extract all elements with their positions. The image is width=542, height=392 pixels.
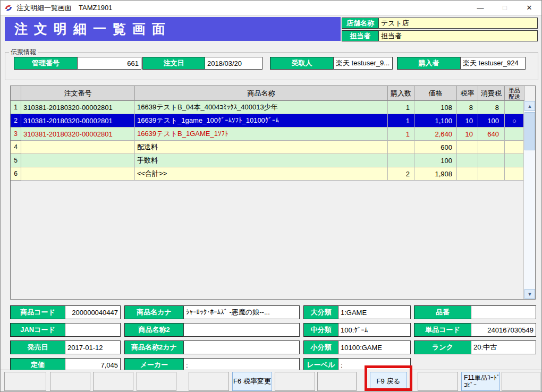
shop-name-field[interactable]: テスト店 bbox=[378, 18, 538, 29]
product-name-kana-field[interactable]: ｼｬｰﾛｯｸ･ﾎｰﾑｽﾞ -悪魔の娘--... bbox=[183, 305, 300, 319]
staff-field[interactable]: 担当者 bbox=[378, 30, 538, 41]
tax-rate-cell bbox=[457, 154, 478, 167]
row-number: 2 bbox=[11, 114, 21, 127]
table-row[interactable]: 6 <<合計>> 2 1,908 bbox=[11, 167, 535, 181]
release-date-field[interactable]: 2017-01-12 bbox=[65, 340, 121, 354]
single-item-code-label: 単品コード bbox=[414, 323, 471, 337]
slip-info-group-title: 伝票情報 bbox=[9, 48, 38, 57]
f1-button[interactable] bbox=[4, 372, 46, 391]
row-number: 5 bbox=[11, 154, 21, 167]
order-number-header: 注文番号 bbox=[21, 86, 135, 101]
order-date-label: 注文日 bbox=[142, 57, 205, 70]
product-name-header: 商品名称 bbox=[135, 86, 388, 101]
order-date-field[interactable]: 2018/03/20 bbox=[205, 57, 262, 70]
row-number: 1 bbox=[11, 101, 21, 114]
f11-single-item-code-copy-button[interactable]: F11単品ｺｰﾄﾞ ｺﾋﾟｰ bbox=[461, 372, 500, 391]
shop-name-label: 店舗名称 bbox=[342, 18, 379, 29]
tax-rate-cell: 10 bbox=[457, 127, 478, 141]
price-header: 価格 bbox=[414, 86, 457, 101]
vertical-scrollbar[interactable]: ▲ ▼ bbox=[523, 101, 535, 299]
single-shipping-cell: ○ bbox=[505, 114, 524, 127]
single-item-code-field[interactable]: 240167030549 bbox=[471, 323, 536, 337]
jan-code-field[interactable] bbox=[65, 323, 121, 337]
f3-button[interactable] bbox=[93, 372, 133, 391]
release-date-label: 発売日 bbox=[10, 340, 65, 354]
f5-button[interactable] bbox=[189, 372, 229, 391]
single-shipping-cell bbox=[505, 101, 524, 114]
quantity-header: 購入数 bbox=[388, 86, 414, 101]
product-name2-kana-label: 商品名称2カナ bbox=[124, 340, 184, 354]
single-shipping-header-line2: 配送 bbox=[509, 93, 520, 100]
f12-button[interactable] bbox=[502, 372, 540, 391]
product-code-label: 商品コード bbox=[10, 305, 65, 319]
order-detail-table: 注文番号 商品名称 購入数 価格 税率 消費税 単品 配送 1 310381-2… bbox=[10, 86, 536, 300]
consumption-tax-cell: 8 bbox=[478, 101, 505, 114]
part-number-field[interactable] bbox=[471, 305, 536, 319]
table-header-row: 注文番号 商品名称 購入数 価格 税率 消費税 単品 配送 bbox=[11, 86, 535, 101]
price-cell: 2,640 bbox=[414, 127, 457, 141]
row-number-header bbox=[11, 86, 21, 101]
control-number-field[interactable]: 661 bbox=[77, 57, 141, 70]
f9-back-button[interactable]: F9 戻る bbox=[370, 372, 407, 391]
titlebar: 注文明細一覧画面 TAMZ1901 — □ ✕ bbox=[1, 1, 541, 15]
price-cell: 600 bbox=[414, 141, 457, 154]
quantity-cell: 1 bbox=[388, 101, 414, 114]
product-code-field[interactable]: 200000040447 bbox=[65, 305, 121, 319]
row-number: 4 bbox=[11, 141, 21, 154]
rank-field[interactable]: 20:中古 bbox=[471, 340, 536, 354]
product-name-cell: <<合計>> bbox=[135, 167, 388, 181]
quantity-cell: 1 bbox=[388, 114, 414, 127]
middle-category-field[interactable]: 100:ｹﾞｰﾑ bbox=[338, 323, 411, 337]
table-row[interactable]: 3 310381-20180320-00002801 16639テストB_1GA… bbox=[11, 127, 535, 141]
minor-category-field[interactable]: 10100:GAME bbox=[338, 340, 411, 354]
minor-category-label: 小分類 bbox=[303, 340, 338, 354]
single-shipping-cell bbox=[505, 167, 524, 181]
product-name-cell: 16639テストB_04本_4004ｺﾐｯｸｽ_400013少年 bbox=[135, 101, 388, 114]
function-key-bar: F6 税率変更 F9 戻る F11単品ｺｰﾄﾞ ｺﾋﾟｰ bbox=[1, 370, 541, 392]
consumption-tax-cell bbox=[478, 167, 505, 181]
tax-rate-cell: 8 bbox=[457, 101, 478, 114]
receiver-label: 受取人 bbox=[270, 57, 334, 70]
middle-category-label: 中分類 bbox=[303, 323, 338, 337]
scrollbar-thumb[interactable] bbox=[524, 112, 535, 150]
part-number-label: 品番 bbox=[414, 305, 471, 319]
product-name-kana-label: 商品名カナ bbox=[124, 305, 184, 319]
f2-button[interactable] bbox=[50, 372, 90, 391]
table-row[interactable]: 1 310381-20180320-00002801 16639テストB_04本… bbox=[11, 101, 535, 114]
order-number-cell: 310381-20180320-00002801 bbox=[21, 127, 135, 141]
product-name2-label: 商品名称2 bbox=[124, 323, 184, 337]
order-number-cell bbox=[21, 167, 135, 181]
consumption-tax-cell bbox=[478, 154, 505, 167]
consumption-tax-header: 消費税 bbox=[478, 86, 505, 101]
consumption-tax-cell bbox=[478, 141, 505, 154]
receiver-field[interactable]: 楽天 testuser_9... bbox=[333, 57, 393, 70]
buyer-field[interactable]: 楽天 testuser_924 bbox=[460, 57, 526, 70]
major-category-field[interactable]: 1:GAME bbox=[338, 305, 411, 319]
f6-tax-rate-change-button[interactable]: F6 税率変更 bbox=[232, 372, 272, 391]
major-category-label: 大分類 bbox=[303, 305, 338, 319]
app-window: 注文明細一覧画面 TAMZ1901 — □ ✕ 注文明細一覧画面 店舗名称 テス… bbox=[0, 0, 542, 392]
consumption-tax-cell: 640 bbox=[478, 127, 505, 141]
close-icon[interactable]: ✕ bbox=[517, 1, 541, 15]
scroll-up-icon[interactable]: ▲ bbox=[524, 101, 535, 111]
single-shipping-header: 単品 配送 bbox=[505, 86, 524, 101]
product-name2-field[interactable] bbox=[183, 323, 300, 337]
tax-rate-cell bbox=[457, 167, 478, 181]
f4-button[interactable] bbox=[137, 372, 176, 391]
f8-button[interactable] bbox=[317, 372, 357, 391]
price-cell: 1,908 bbox=[414, 167, 457, 181]
single-shipping-header-line1: 単品 bbox=[509, 87, 520, 93]
maximize-icon[interactable]: □ bbox=[493, 1, 517, 15]
product-name2-kana-field[interactable] bbox=[183, 340, 300, 354]
table-row-selected[interactable]: 2 310381-20180320-00002801 16639テスト_1gam… bbox=[11, 114, 535, 127]
product-name-cell: 手数料 bbox=[135, 154, 388, 167]
row-number: 6 bbox=[11, 167, 21, 181]
price-cell: 100 bbox=[414, 154, 457, 167]
f11-button-label-line2: ｺﾋﾟｰ bbox=[464, 381, 477, 389]
table-row[interactable]: 5 手数料 100 bbox=[11, 154, 535, 167]
table-row[interactable]: 4 配送料 600 bbox=[11, 141, 535, 154]
minimize-icon[interactable]: — bbox=[468, 1, 493, 15]
f10-button[interactable] bbox=[418, 372, 458, 391]
f7-button[interactable] bbox=[275, 372, 315, 391]
scroll-down-icon[interactable]: ▼ bbox=[524, 289, 535, 299]
